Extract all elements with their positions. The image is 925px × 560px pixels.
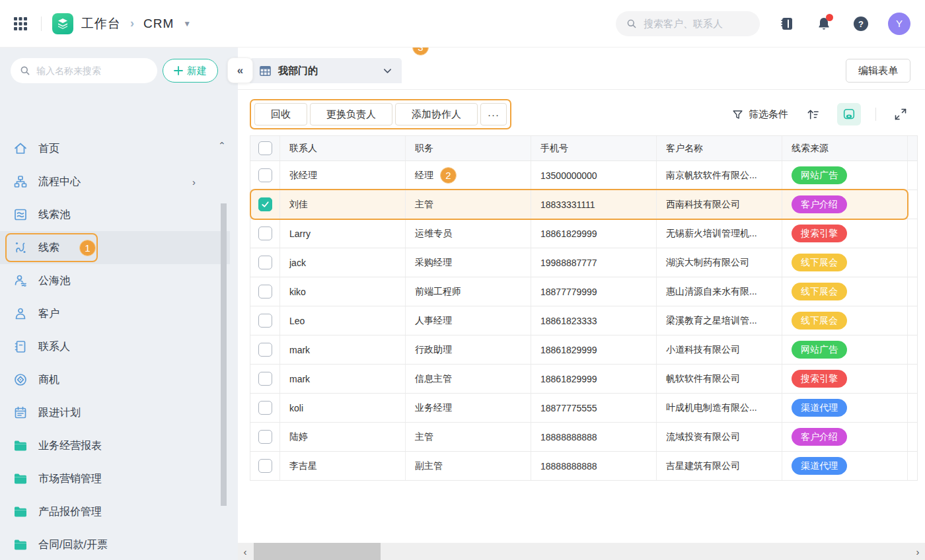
column-header-3[interactable]: 客户名称 <box>657 136 782 160</box>
source-cell[interactable]: 搜索引擎 <box>782 219 908 248</box>
row-checkbox[interactable] <box>258 227 272 240</box>
title-cell[interactable]: 信息主管 <box>406 365 531 393</box>
breadcrumb-app-name[interactable]: CRM <box>143 17 174 31</box>
phone-cell[interactable]: 18861829999 <box>531 335 657 364</box>
row-checkbox[interactable] <box>258 343 272 357</box>
sidebar-item-12[interactable]: 合同/回款/开票 <box>0 528 230 560</box>
title-cell[interactable]: 采购经理 <box>406 248 531 277</box>
sidebar-item-4[interactable]: 公海池 <box>0 264 230 297</box>
source-cell[interactable]: 网站广告 <box>782 161 908 190</box>
display-settings-button[interactable] <box>837 103 861 125</box>
source-cell[interactable]: 渠道代理 <box>782 394 908 422</box>
table-row-1[interactable]: 刘佳主管18833331111西南科技有限公司客户介绍 <box>250 190 917 219</box>
scroll-left-icon[interactable]: ‹ <box>238 546 252 557</box>
contact-cell[interactable]: Larry <box>280 219 406 248</box>
contact-cell[interactable]: jack <box>280 248 406 277</box>
phone-cell[interactable]: 18861829999 <box>531 365 657 393</box>
global-search[interactable] <box>616 11 760 36</box>
table-row-10[interactable]: 李吉星副主管18888888888吉星建筑有限公司渠道代理 <box>250 452 917 481</box>
sidebar-item-10[interactable]: 市场营销管理 <box>0 462 230 495</box>
row-checkbox[interactable] <box>258 430 272 444</box>
source-cell[interactable]: 客户介绍 <box>782 423 908 451</box>
phone-cell[interactable]: 18888888888 <box>531 423 657 451</box>
customer-cell[interactable]: 帆软软件有限公司 <box>657 365 782 393</box>
column-header-2[interactable]: 手机号 <box>531 136 657 160</box>
sidebar-collapse-button[interactable]: « <box>227 57 253 83</box>
app-switcher-caret-icon[interactable]: ▼ <box>183 19 191 28</box>
contact-cell[interactable]: 李吉星 <box>280 452 406 480</box>
help-icon[interactable]: ? <box>851 14 871 34</box>
title-cell[interactable]: 副主管 <box>406 452 531 480</box>
contact-cell[interactable]: kiko <box>280 277 406 306</box>
source-cell[interactable]: 线下展会 <box>782 277 908 306</box>
table-row-3[interactable]: jack采购经理19988887777湖滨大制药有限公司线下展会 <box>250 248 917 277</box>
customer-cell[interactable]: 叶成机电制造有限公... <box>657 394 782 422</box>
phone-cell[interactable]: 18833331111 <box>531 190 657 219</box>
sidebar-item-6[interactable]: 联系人 <box>0 330 230 363</box>
table-row-5[interactable]: Leo人事经理18861823333梁溪教育之星培训管...线下展会 <box>250 306 917 335</box>
phone-cell[interactable]: 18877779999 <box>531 277 657 306</box>
row-checkbox[interactable] <box>258 285 272 298</box>
title-cell[interactable]: 经理2 <box>406 161 531 190</box>
source-cell[interactable]: 渠道代理 <box>782 452 908 480</box>
row-checkbox-checked[interactable] <box>258 197 272 211</box>
table-row-6[interactable]: mark行政助理18861829999小道科技有限公司网站广告 <box>250 335 917 365</box>
sidebar-item-0[interactable]: 首页 <box>0 132 230 165</box>
contacts-book-icon[interactable] <box>777 14 797 34</box>
sidebar-item-7[interactable]: 商机 <box>0 363 230 396</box>
table-row-2[interactable]: Larry运维专员18861829999无锡薪火培训管理机...搜索引擎 <box>250 219 917 248</box>
app-grid-icon[interactable] <box>11 14 30 34</box>
sidebar-item-11[interactable]: 产品报价管理 <box>0 495 230 528</box>
title-cell[interactable]: 人事经理 <box>406 306 531 335</box>
title-cell[interactable]: 行政助理 <box>406 335 531 364</box>
title-cell[interactable]: 主管 <box>406 190 531 219</box>
edit-form-button[interactable]: 编辑表单 <box>846 59 910 83</box>
source-cell[interactable]: 线下展会 <box>782 248 908 277</box>
contact-cell[interactable]: mark <box>280 335 406 364</box>
change-owner-button[interactable]: 更换负责人 <box>310 103 392 125</box>
table-row-8[interactable]: koli业务经理18877775555叶成机电制造有限公...渠道代理 <box>250 394 917 423</box>
title-cell[interactable]: 前端工程师 <box>406 277 531 306</box>
row-checkbox[interactable] <box>258 372 272 386</box>
sidebar-item-8[interactable]: 跟进计划 <box>0 396 230 429</box>
contact-cell[interactable]: 张经理 <box>280 161 406 190</box>
horizontal-scrollbar-thumb[interactable] <box>254 543 381 560</box>
phone-cell[interactable]: 18861823333 <box>531 306 657 335</box>
add-collaborator-button[interactable]: 添加协作人 <box>395 103 478 125</box>
customer-cell[interactable]: 无锡薪火培训管理机... <box>657 219 782 248</box>
title-cell[interactable]: 运维专员 <box>406 219 531 248</box>
source-cell[interactable]: 线下展会 <box>782 306 908 335</box>
customer-cell[interactable]: 吉星建筑有限公司 <box>657 452 782 480</box>
column-header-0[interactable]: 联系人 <box>280 136 406 160</box>
sort-icon[interactable] <box>803 104 823 124</box>
contact-cell[interactable]: koli <box>280 394 406 422</box>
sidebar-item-9[interactable]: 业务经营报表 <box>0 429 230 462</box>
customer-cell[interactable]: 流域投资有限公司 <box>657 423 782 451</box>
notifications-bell-icon[interactable] <box>814 14 834 34</box>
phone-cell[interactable]: 18877775555 <box>531 394 657 422</box>
phone-cell[interactable]: 18888888888 <box>531 452 657 480</box>
sidebar-item-3[interactable]: 线索1 <box>0 231 230 264</box>
table-row-0[interactable]: 张经理经理213500000000南京帆软软件有限公...网站广告 <box>250 161 917 190</box>
row-checkbox[interactable] <box>258 401 272 415</box>
customer-cell[interactable]: 惠山清源自来水有限... <box>657 277 782 306</box>
row-checkbox[interactable] <box>258 168 272 182</box>
phone-cell[interactable]: 13500000000 <box>531 161 657 190</box>
table-row-7[interactable]: mark信息主管18861829999帆软软件有限公司搜索引擎 <box>250 365 917 394</box>
more-actions-button[interactable]: ··· <box>480 103 507 125</box>
row-checkbox[interactable] <box>258 256 272 269</box>
sidebar-search[interactable] <box>11 58 157 83</box>
global-search-input[interactable] <box>644 18 749 29</box>
column-header-1[interactable]: 职务 <box>406 136 531 160</box>
sidebar-scrollbar-thumb[interactable] <box>221 203 227 506</box>
view-selector-tab[interactable]: 我部门的 <box>250 58 402 83</box>
source-cell[interactable]: 客户介绍 <box>782 190 908 219</box>
new-button[interactable]: 新建 <box>163 59 218 83</box>
customer-cell[interactable]: 梁溪教育之星培训管... <box>657 306 782 335</box>
customer-cell[interactable]: 西南科技有限公司 <box>657 190 782 219</box>
column-header-4[interactable]: 线索来源 <box>782 136 908 160</box>
customer-cell[interactable]: 南京帆软软件有限公... <box>657 161 782 190</box>
sidebar-scroll-up-icon[interactable]: ⌃ <box>218 140 226 151</box>
source-cell[interactable]: 搜索引擎 <box>782 365 908 393</box>
contact-cell[interactable]: 陆婷 <box>280 423 406 451</box>
